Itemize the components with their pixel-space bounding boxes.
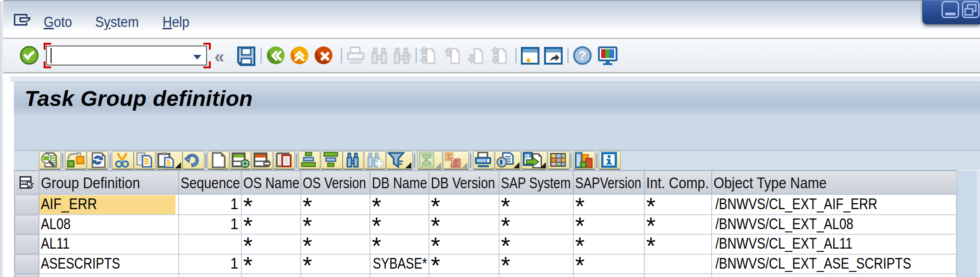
svg-text:?: ? xyxy=(579,48,586,62)
